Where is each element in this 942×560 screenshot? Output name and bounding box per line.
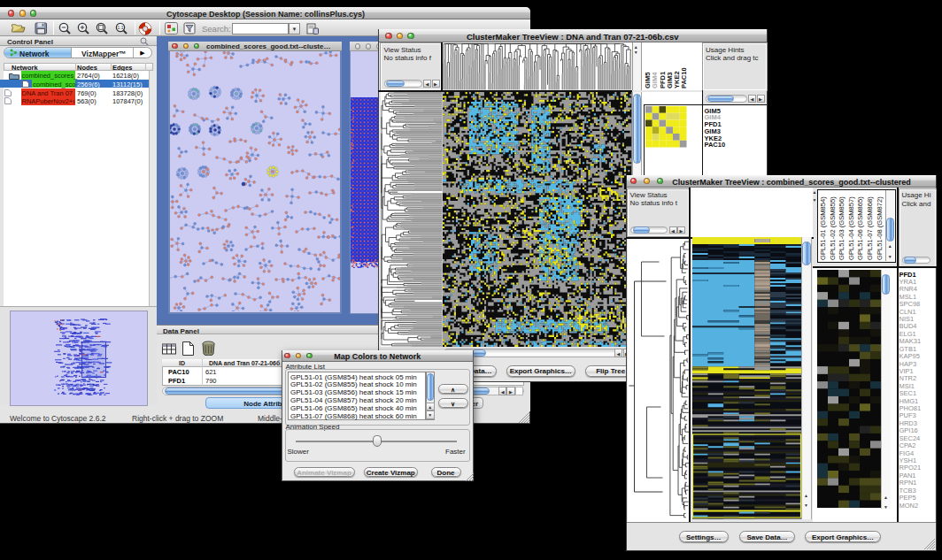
- svg-text:1:1: 1:1: [118, 25, 124, 30]
